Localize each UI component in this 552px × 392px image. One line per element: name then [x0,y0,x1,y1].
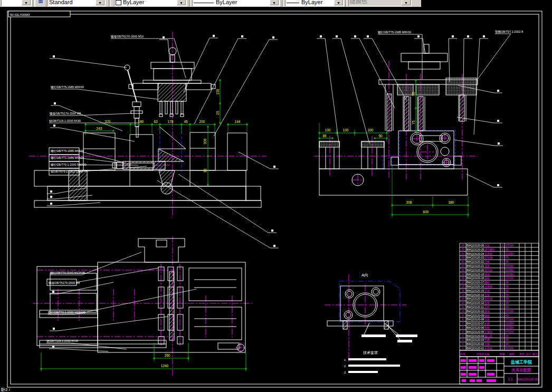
bom-cell: 1 [502,301,503,304]
bom-cell: 1 [502,252,503,255]
bom-cell: BWQ23120-06 [467,326,484,329]
toolbar-combo-unknown[interactable]: ▼ [1,0,32,6]
bom-cell: 10 [461,310,464,313]
lineweight-dropdown[interactable]: ByLayer▼ [285,0,344,6]
leader-line [55,203,100,206]
bom-cell: 1 [502,273,503,276]
app-window: ▼ ▦ Standard▼ ByLayer▼ ByLayer▼ ByLayer▼… [0,0,552,392]
leader-line [74,289,196,314]
bom-header: 单件 [519,352,525,356]
callout-label: 销GB/T879.1-2002 5X30 [50,170,83,173]
bom-cell: 1 [502,318,503,321]
balloon-marker [52,291,54,293]
svg-text:45: 45 [184,120,188,123]
chevron-down-icon[interactable]: ▼ [177,0,186,5]
bom-cell: GCr15 [506,276,513,280]
bom-cell: BWQ23120-21 [467,264,484,267]
balloon-marker [52,346,54,348]
bom-cell: BWQ23120-05 [467,330,484,333]
chevron-down-icon[interactable]: ▼ [334,0,343,5]
balloon-marker [271,230,273,232]
bom-cell: 45 [506,301,509,304]
bom-cell: 1 [502,297,503,300]
bom-cell: 17 [461,281,464,284]
svg-text:63: 63 [154,120,158,123]
svg-text:2.: 2. [344,365,347,368]
bom-cell: 支承板 [484,252,492,256]
note-bar [348,365,400,367]
chevron-down-icon[interactable]: ▼ [22,0,31,5]
dim-tick [220,122,221,124]
chevron-down-icon[interactable]: ▼ [270,0,279,5]
balloon-marker [336,35,338,37]
bom-cell: 19 [461,273,464,276]
bom-cell: Q235A [506,322,514,325]
bom-cell: 滚轮 [484,276,490,280]
bom-cell: 45 [506,338,509,341]
bom-cell: 手柄 [484,342,490,346]
bom-cell: BWQ23120-04 [467,334,484,338]
bom-cell: 螺杆 [484,281,490,284]
drawing-canvas[interactable]: 50-02LX00M3 [0,0,552,392]
callout-label: 螺母GB/T6170-2000 M8 [50,112,81,115]
svg-text:100: 100 [325,128,331,132]
status-bar: 卧2 / [0,388,552,392]
svg-text:308: 308 [406,200,412,204]
svg-text:75: 75 [412,120,415,125]
svg-text:150: 150 [216,89,220,94]
bom-cell: 定位销 [484,256,492,260]
bom-cell: BWQ23120-25 [467,248,484,251]
bom-cell: BWQ23120-23 [467,256,484,259]
bom-cell: 45 [506,281,509,284]
plan-view: 260 1240 [33,236,252,377]
bom-cell: BWQ23120-11 [467,305,484,309]
leader-line [58,349,108,351]
styles-manager-icon[interactable]: ▦ [35,0,46,7]
bom-cell: 1 [462,347,464,350]
balloon-marker [53,55,55,58]
bom-cell: 调节螺杆 [484,248,495,252]
leader-line [78,89,157,99]
bom-cell: 9 [462,314,464,317]
text-style-dropdown[interactable]: Standard▼ [47,0,106,6]
bom-cell: 垫块 [484,289,490,292]
bom-cell: 1 [502,260,503,263]
bom-cell: BWQ23120-15 [467,289,484,292]
svg-text:600: 600 [423,210,429,214]
toolbar-separator [345,0,347,7]
color-dropdown[interactable]: ByLayer▼ [114,0,187,6]
dim-tick [154,358,155,359]
toolbar-separator [109,0,111,7]
bom-cell: 22 [461,260,464,263]
bom-cell: 45 [506,248,509,251]
dim-tick [415,80,417,81]
bom-cell: BWQ23120-14 [467,293,484,297]
bom-cell: 4 [502,334,503,338]
color-swatch [116,0,121,5]
dim-tick [41,368,42,370]
plot-style-dropdown: 随颜色▼ [348,0,412,6]
bom-cell: 25 [461,248,464,251]
bom-cell: 8 [462,318,464,321]
bom-cell: 1 [502,342,503,346]
linetype-dropdown[interactable]: ByLayer▼ [192,0,280,6]
bom-cell: 1 [502,347,503,350]
bom-cell: 23 [461,256,464,259]
bom-cell: 13 [461,297,464,300]
svg-text:90: 90 [203,168,207,173]
balloon-marker [483,35,485,37]
svg-text:178: 178 [168,120,174,123]
bom-cell: 14 [461,293,464,297]
leader-line [82,252,141,275]
callout-label: 螺钉GB/T75-1985 M8X30 [378,31,411,34]
bom-cell: HT200 [506,244,513,247]
bom-cell: 2 [462,342,464,346]
bom-cell: 1 [502,330,503,333]
bom-cell: 1 [502,305,503,309]
bom-cell: 45 [506,260,509,263]
bom-cell: 拉杆 [484,305,490,309]
status-text: 卧2 / [1,387,10,392]
chevron-down-icon[interactable]: ▼ [96,0,104,5]
leader-line [325,39,339,142]
bom-cell: 16 [461,285,464,288]
